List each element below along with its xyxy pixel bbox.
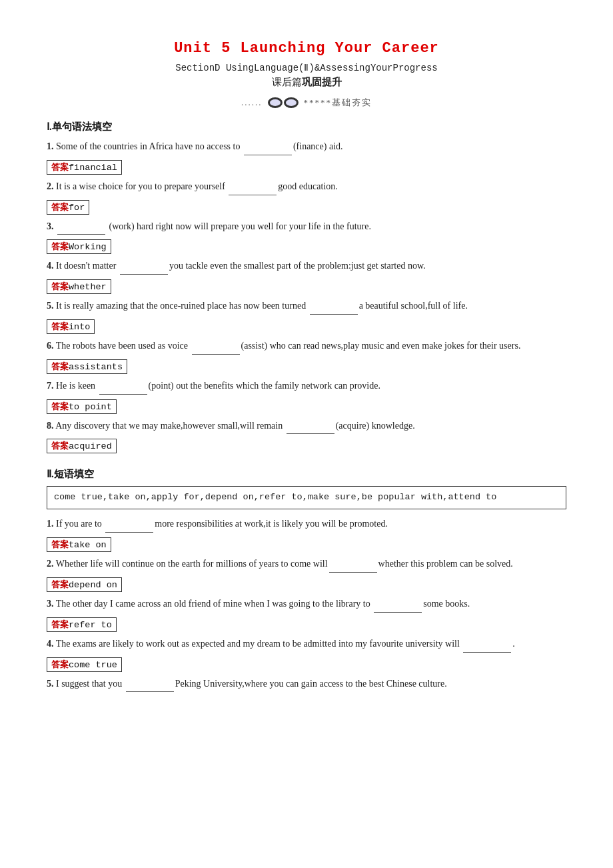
blank-2-3 [374,596,422,613]
blank-5 [310,298,358,315]
q2-q5-num: 5. [47,679,54,689]
answer-label-2-4: 答案 [51,659,69,669]
answer-4: 答案whether [47,279,111,294]
q7-num: 7. [47,381,54,391]
subtitle: SectionD UsingLanguage(Ⅱ)&AssessingYourP… [47,62,566,73]
answer-label-1: 答案 [51,162,69,172]
q2-q3-text: The other day I came across an old frien… [56,599,470,609]
answer-2-3: 答案refer to [47,617,117,632]
blank-6 [192,338,240,355]
question-1: 1. Some of the countries in Africa have … [47,139,566,155]
q1-text: Some of the countries in Africa have no … [56,141,343,151]
answer-label-8: 答案 [51,441,69,451]
answer-text-8: acquired [69,441,112,451]
blank-7 [99,378,147,395]
dots-right: *****基础夯实 [304,97,372,109]
blank-2-5 [126,676,174,693]
q5-text: It is really amazing that the once-ruine… [56,301,468,311]
subtitle2-pre: 课后篇 [272,77,302,87]
q2-q1-num: 1. [47,519,54,529]
blank-2-2 [329,556,377,573]
q1-num: 1. [47,141,54,151]
answer-text-2-2: depend on [69,580,117,590]
q2-question-5: 5. I suggest that you Peking University,… [47,676,566,693]
q2-question-4: 4. The exams are likely to work out as e… [47,636,566,653]
q5-num: 5. [47,301,54,311]
blank-2-1 [105,516,153,533]
glasses-icon [268,97,299,108]
q2-q2-num: 2. [47,559,54,569]
q2-q2-text: Whether life will continue on the earth … [56,559,513,569]
q2-q1-text: If you are to more responsibilities at w… [56,519,388,529]
decoration-row: ...... *****基础夯实 [47,97,566,109]
q7-text: He is keen (point) out the benefits whic… [56,381,380,391]
answer-text-5: into [69,322,90,332]
blank-3 [57,219,105,235]
q8-text: Any discovery that we may make,however s… [55,421,414,431]
question-8: 8. Any discovery that we may make,howeve… [47,418,566,435]
blank-2-4 [463,636,511,653]
question-2: 2. It is a wise choice for you to prepar… [47,179,566,195]
answer-text-6: assistants [69,362,123,372]
q6-num: 6. [47,341,54,351]
answer-label-5: 答案 [51,321,69,331]
blank-1 [244,139,292,155]
answer-1: 答案financial [47,160,122,175]
answer-text-1: financial [69,163,117,173]
q2-num: 2. [47,181,54,191]
answer-2: 答案for [47,200,89,215]
subtitle2-bold: 巩固提升 [302,77,342,87]
section1-header: Ⅰ.单句语法填空 [47,121,566,133]
q8-num: 8. [47,421,54,431]
answer-label-2-2: 答案 [51,579,69,589]
answer-text-7: to point [69,402,112,412]
answer-2-1: 答案take on [47,537,111,552]
answer-7: 答案to point [47,399,117,414]
dots-left: ...... [241,97,263,108]
question-3: 3. (work) hard right now will prepare yo… [47,219,566,235]
section2-header: Ⅱ.短语填空 [47,468,566,481]
answer-2-2: 答案depend on [47,577,122,592]
q2-q4-text: The exams are likely to work out as expe… [56,639,515,649]
answer-label-2: 答案 [51,202,69,212]
answer-text-4: whether [69,282,107,292]
answer-label-3: 答案 [51,241,69,251]
answer-label-6: 答案 [51,361,69,371]
answer-label-2-3: 答案 [51,619,69,629]
question-4: 4. It doesn't matter you tackle even the… [47,258,566,275]
phrase-box: come true,take on,apply for,depend on,re… [47,486,566,509]
answer-3: 答案Working [47,239,111,254]
question-7: 7. He is keen (point) out the benefits w… [47,378,566,395]
answer-label-2-1: 答案 [51,539,69,549]
answer-8: 答案acquired [47,439,117,453]
q2-question-2: 2. Whether life will continue on the ear… [47,556,566,573]
blank-4 [120,258,168,275]
answer-2-4: 答案come true [47,657,122,672]
blank-2 [229,179,277,195]
q4-num: 4. [47,261,54,271]
q3-text: (work) hard right now will prepare you w… [56,221,371,231]
answer-text-2-3: refer to [69,620,112,630]
q2-q5-text: I suggest that you Peking University,whe… [56,679,447,689]
subtitle2: 课后篇巩固提升 [47,76,566,89]
answer-label-7: 答案 [51,401,69,411]
blank-8 [287,418,334,435]
answer-text-3: Working [69,242,107,252]
answer-6: 答案assistants [47,359,127,374]
answer-text-2-1: take on [69,540,107,550]
q2-text: It is a wise choice for you to prepare y… [56,181,338,191]
q2-question-3: 3. The other day I came across an old fr… [47,596,566,613]
q2-q3-num: 3. [47,599,54,609]
q2-question-1: 1. If you are to more responsibilities a… [47,516,566,533]
answer-label-4: 答案 [51,281,69,291]
question-5: 5. It is really amazing that the once-ru… [47,298,566,315]
page-title: Unit 5 Launching Your Career [47,40,566,57]
q4-text: It doesn't matter you tackle even the sm… [56,261,426,271]
q3-num: 3. [47,221,54,231]
question-6: 6. The robots have been used as voice (a… [47,338,566,355]
q6-text: The robots have been used as voice (assi… [56,341,521,351]
q2-q4-num: 4. [47,639,54,649]
answer-text-2: for [69,203,85,213]
answer-5: 答案into [47,319,95,334]
answer-text-2-4: come true [69,660,117,670]
